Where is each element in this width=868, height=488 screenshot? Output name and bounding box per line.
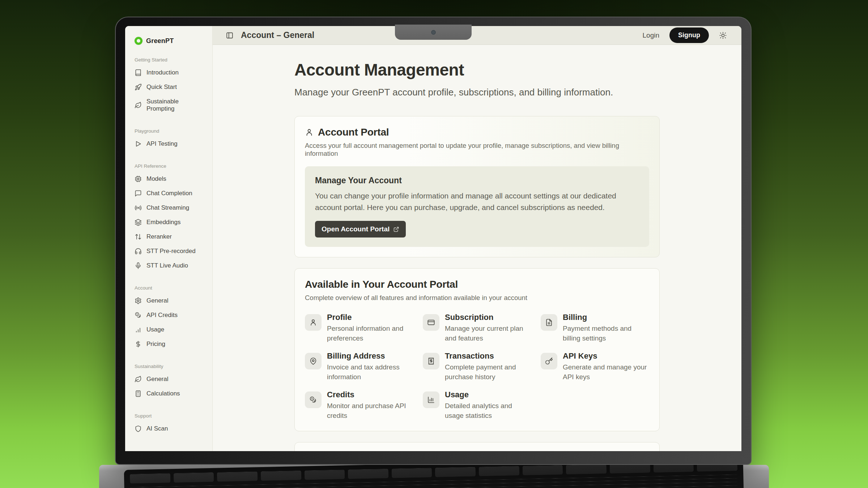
keyboard-key — [174, 472, 214, 483]
feature-title: Billing Address — [327, 351, 413, 361]
signup-button[interactable]: Signup — [669, 27, 709, 43]
features-grid: ProfilePersonal information and preferen… — [305, 313, 649, 421]
feature-icon-box — [423, 391, 439, 408]
features-card: Available in Your Account Portal Complet… — [294, 268, 660, 431]
sidebar-item-chat-completion[interactable]: Chat Completion — [135, 186, 206, 201]
sidebar-item-usage[interactable]: Usage — [135, 322, 206, 337]
sidebar-item-label: Pricing — [146, 341, 165, 348]
keyboard-key — [304, 470, 345, 480]
sidebar-item-label: General — [146, 297, 168, 304]
sidebar-section-label: Support — [135, 413, 206, 419]
sidebar-item-api-testing[interactable]: API Testing — [135, 137, 206, 151]
topbar-right: Login Signup — [643, 27, 727, 43]
sidebar-item-general[interactable]: General — [135, 372, 206, 386]
keyboard-key — [130, 485, 738, 488]
credit-card-icon — [427, 318, 435, 326]
feature-description: Personal information and preferences — [327, 324, 413, 343]
feature-description: Manage your current plan and features — [445, 324, 531, 343]
feature-icon-box — [305, 353, 322, 369]
sun-icon[interactable] — [719, 31, 727, 39]
sidebar-item-label: Reranker — [146, 233, 172, 240]
sidebar-item-label: API Credits — [146, 312, 178, 319]
sidebar-section-label: Playground — [135, 128, 206, 134]
feature-title: Usage — [445, 390, 531, 399]
notch — [395, 25, 472, 40]
open-account-portal-label: Open Account Portal — [322, 225, 390, 233]
sidebar-item-introduction[interactable]: Introduction — [135, 65, 206, 80]
sidebar-item-label: Introduction — [146, 69, 179, 76]
page-title: Account Management — [294, 60, 660, 80]
sidebar-item-general[interactable]: General — [135, 294, 206, 308]
keyboard-key — [522, 465, 563, 475]
bars-icon — [135, 326, 142, 333]
sidebar-item-stt-live-audio[interactable]: STT Live Audio — [135, 258, 206, 273]
coins-icon — [135, 312, 142, 319]
feature-icon-box — [541, 314, 557, 331]
sidebar-item-models[interactable]: Models — [135, 172, 206, 186]
login-link[interactable]: Login — [643, 31, 660, 39]
sidebar-item-label: Sustainable Prompting — [146, 98, 206, 112]
manage-account-title: Manage Your Account — [315, 176, 639, 185]
open-account-portal-button[interactable]: Open Account Portal — [315, 221, 406, 237]
sidebar-item-quick-start[interactable]: Quick Start — [135, 80, 206, 94]
keyboard-key — [653, 465, 694, 472]
feature-icon-box — [423, 314, 439, 331]
feature-icon-box — [305, 391, 322, 408]
feature-usage: UsageDetailed analytics and usage statis… — [423, 390, 531, 421]
sidebar-item-calculations[interactable]: Calculations — [135, 386, 206, 401]
leaf-icon — [135, 102, 142, 109]
brand: GreenPT — [135, 37, 206, 45]
sidebar: GreenPT Getting StartedIntroductionQuick… — [125, 26, 213, 451]
coins-icon — [309, 396, 317, 404]
gear-icon — [135, 297, 142, 304]
sidebar-item-api-credits[interactable]: API Credits — [135, 308, 206, 322]
sidebar-item-label: API Testing — [146, 140, 178, 147]
feature-icon-box — [541, 353, 557, 369]
sidebar-item-label: AI Scan — [146, 425, 168, 432]
shield-icon — [135, 425, 142, 432]
feature-billing-address: Billing AddressInvoice and tax address i… — [305, 351, 413, 382]
sidebar-item-ai-scan[interactable]: AI Scan — [135, 421, 206, 436]
sidebar-section-label: Sustainability — [135, 364, 206, 369]
account-portal-card: Account Portal Access your full account … — [294, 116, 660, 257]
sidebar-item-label: Chat Streaming — [146, 204, 189, 211]
brand-name: GreenPT — [146, 37, 174, 45]
feature-description: Detailed analytics and usage statistics — [445, 401, 531, 421]
feature-credits: CreditsMonitor and purchase API credits — [305, 390, 413, 421]
keyboard-key — [217, 471, 258, 481]
camera-icon — [431, 30, 436, 35]
calculator-icon — [135, 390, 142, 397]
main-area: Account – General Login Signup Account M… — [213, 26, 741, 451]
sidebar-toggle-icon[interactable] — [226, 31, 234, 39]
sidebar-item-pricing[interactable]: Pricing — [135, 337, 206, 351]
sidebar-item-label: Models — [146, 175, 166, 183]
receipt-icon — [427, 357, 435, 365]
keyboard-key — [130, 473, 170, 483]
document-icon — [545, 318, 553, 326]
sidebar-item-label: General — [146, 376, 168, 383]
sidebar-item-label: Usage — [146, 326, 164, 333]
subscription-management-card: Subscription Management — [294, 442, 660, 451]
keyboard-key — [348, 469, 388, 479]
topbar-title: Account – General — [241, 30, 314, 40]
sidebar-item-embeddings[interactable]: Embeddings — [135, 215, 206, 230]
feature-title: Billing — [563, 313, 649, 322]
sidebar-section-label: Account — [135, 285, 206, 291]
user-icon — [305, 128, 314, 137]
sidebar-item-sustainable-prompting[interactable]: Sustainable Prompting — [135, 94, 206, 116]
sidebar-item-stt-pre-recorded[interactable]: STT Pre-recorded — [135, 244, 206, 258]
sidebar-section-label: Getting Started — [135, 57, 206, 63]
keyboard-key — [610, 465, 650, 474]
feature-title: Profile — [327, 313, 413, 322]
sidebar-item-label: STT Pre-recorded — [146, 248, 196, 255]
external-link-icon — [393, 226, 399, 232]
sidebar-item-reranker[interactable]: Reranker — [135, 230, 206, 244]
background: GreenPT Getting StartedIntroductionQuick… — [0, 0, 868, 488]
sidebar-item-chat-streaming[interactable]: Chat Streaming — [135, 201, 206, 215]
screen: GreenPT Getting StartedIntroductionQuick… — [125, 26, 741, 451]
book-icon — [135, 69, 142, 76]
keyboard-key — [566, 465, 607, 474]
keyboard-key — [261, 471, 301, 481]
key-icon — [545, 357, 553, 365]
rocket-icon — [135, 84, 142, 91]
